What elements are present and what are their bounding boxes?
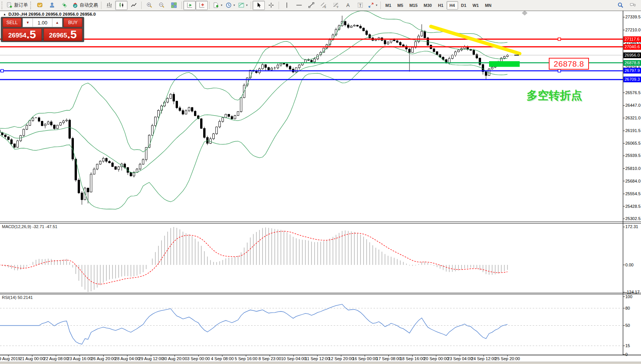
text-tool-button[interactable]: A	[342, 1, 354, 10]
tf-button-M5[interactable]: M5	[394, 1, 406, 10]
candle-body	[139, 164, 141, 169]
toolbar-separator	[380, 2, 381, 9]
candle-body	[106, 158, 108, 162]
candle-body	[311, 60, 313, 62]
buy-price-button[interactable]: 26965 .5	[44, 28, 83, 41]
cursor-tool-button[interactable]	[253, 1, 265, 10]
indicators-button[interactable]: ▾	[211, 1, 224, 10]
line-anchor-marker[interactable]	[558, 69, 561, 72]
tf-button-M1[interactable]: M1	[382, 1, 394, 10]
market-watch-button[interactable]	[34, 1, 46, 10]
tf-button-D1[interactable]: D1	[458, 1, 470, 10]
candle-body	[228, 114, 230, 117]
zoom-in-button[interactable]	[143, 1, 155, 10]
line-chart-icon	[130, 2, 137, 8]
tf-button-H4[interactable]: H4	[447, 1, 458, 10]
candle-body	[41, 121, 43, 126]
chart-canvas[interactable]	[0, 0, 641, 364]
chart-shift-marker[interactable]	[522, 11, 528, 16]
candle-body	[283, 63, 285, 64]
vertical-line-tool-button[interactable]	[281, 1, 293, 10]
trendline-tool-button[interactable]	[305, 1, 317, 10]
candle-body	[256, 71, 258, 73]
line-chart-mode-button[interactable]	[127, 1, 140, 10]
candle-body	[485, 72, 487, 75]
tile-windows-button[interactable]	[168, 1, 180, 10]
horizontal-line-tool-button[interactable]	[293, 1, 305, 10]
terminal-button[interactable]	[46, 1, 58, 10]
sell-button[interactable]: SELL	[3, 18, 21, 27]
zoom-in-icon	[146, 2, 153, 8]
tf-button-H1[interactable]: H1	[435, 1, 446, 10]
candle-body	[213, 134, 215, 139]
new-order-button[interactable]: 新订单	[5, 1, 29, 10]
auto-scroll-icon	[186, 2, 193, 8]
candle-chart-mode-button[interactable]	[115, 1, 127, 10]
signals-button[interactable]	[58, 1, 70, 10]
candle-body	[400, 42, 401, 45]
panel-collapse-arrow[interactable]: ▲	[3, 13, 6, 16]
volume-stepper: ▼ 1.00 ▲	[23, 18, 62, 27]
candle-body	[167, 98, 169, 102]
candle-body	[66, 120, 68, 121]
sell-price-button[interactable]: 26954 .5	[3, 28, 42, 41]
candle-body	[237, 112, 239, 116]
volume-decrease-button[interactable]: ▼	[23, 18, 33, 27]
tile-windows-icon	[171, 2, 177, 8]
auto-trading-button[interactable]: 自动交易	[70, 1, 99, 10]
line-anchor-marker[interactable]	[1, 69, 3, 72]
fibonacci-tool-button[interactable]: F	[329, 1, 342, 10]
candle-body	[204, 128, 206, 137]
candle-body	[347, 25, 349, 28]
dropdown-caret: ▾	[221, 3, 222, 7]
cn-annotation-text[interactable]: 多空转折点	[527, 88, 582, 103]
channel-tool-button[interactable]: E	[317, 1, 329, 10]
community-chat-button[interactable]	[626, 1, 639, 10]
periods-button[interactable]: ▾	[224, 1, 237, 10]
candle-body	[38, 118, 40, 121]
candle-body	[387, 42, 389, 44]
candle-body	[57, 125, 59, 129]
volume-increase-button[interactable]: ▲	[52, 18, 62, 27]
bar-chart-mode-button[interactable]	[103, 1, 115, 10]
candle-body	[216, 127, 218, 134]
tf-button-M30[interactable]: M30	[421, 1, 435, 10]
tf-button-W1[interactable]: W1	[470, 1, 482, 10]
buy-price-main: 26965	[49, 32, 67, 39]
candle-body	[222, 118, 224, 121]
yellow-trendline[interactable]	[431, 26, 520, 54]
arrows-tool-button[interactable]: ▾	[366, 1, 379, 10]
terminal-person-icon	[49, 2, 55, 8]
auto-scroll-button[interactable]	[183, 1, 196, 10]
line-anchor-marker[interactable]	[558, 38, 561, 41]
volume-input[interactable]: 1.00	[33, 18, 52, 27]
buy-button[interactable]: BUY	[64, 18, 82, 27]
candle-body	[268, 67, 270, 70]
search-button[interactable]	[614, 1, 626, 10]
candle-body	[271, 68, 273, 70]
candle-body	[240, 98, 242, 111]
candle-body	[421, 31, 423, 36]
price-callout-box[interactable]: 26878.8	[549, 58, 589, 70]
candle-body	[54, 125, 55, 128]
templates-button[interactable]: ▾	[237, 1, 249, 10]
auto-trading-label: 自动交易	[80, 2, 98, 8]
candle-body	[390, 39, 392, 42]
label-tool-button[interactable]: T	[354, 1, 366, 10]
zoom-out-icon	[158, 2, 165, 8]
indicators-icon	[213, 2, 219, 8]
tf-button-MN[interactable]: MN	[482, 1, 494, 10]
candle-body	[231, 116, 233, 119]
zoom-out-button[interactable]	[155, 1, 168, 10]
svg-text:A: A	[346, 2, 350, 8]
crosshair-tool-button[interactable]	[265, 1, 277, 10]
sell-price-main: 26954	[8, 32, 26, 39]
chart-shift-button[interactable]	[196, 1, 208, 10]
candle-body	[357, 25, 359, 26]
candle-body	[289, 66, 291, 69]
vertical-line-icon	[284, 2, 290, 8]
tf-button-M15[interactable]: M15	[406, 1, 421, 10]
candle-body	[295, 68, 297, 72]
green-highlight-zone[interactable]	[489, 61, 520, 67]
svg-text:F: F	[337, 6, 338, 8]
